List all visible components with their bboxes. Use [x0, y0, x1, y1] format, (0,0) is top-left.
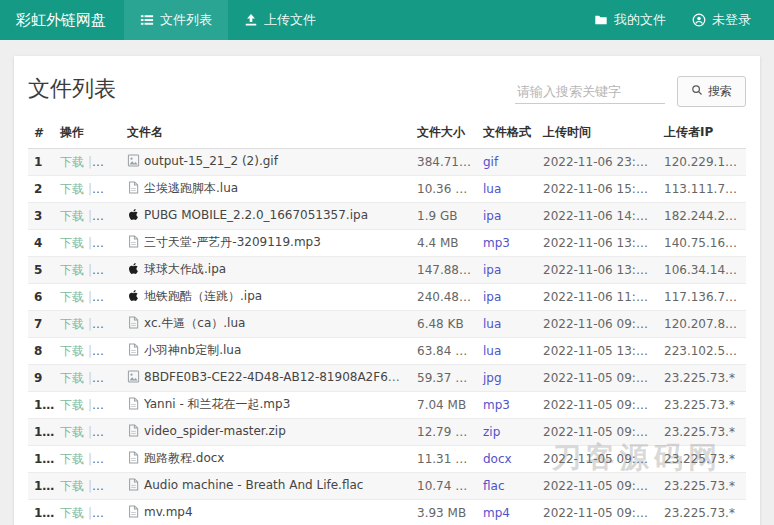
- download-link[interactable]: 下载: [60, 290, 84, 304]
- row-upload-time: 2022-11-06 13:47:31: [537, 230, 658, 257]
- row-uploader-ip: 120.207.83.*: [658, 311, 746, 338]
- action-separator: |: [88, 182, 92, 196]
- row-uploader-ip: 23.225.73.*: [658, 365, 746, 392]
- search-icon: [691, 84, 703, 99]
- download-link[interactable]: 下载: [60, 209, 84, 223]
- format-link[interactable]: ipa: [483, 290, 501, 304]
- col-uploader-ip: 上传者IP: [658, 117, 746, 149]
- file-name[interactable]: 8BDFE0B3-CE22-4D48-AB12-81908A2F6236_hd.…: [144, 370, 411, 384]
- download-link[interactable]: 下载: [60, 155, 84, 169]
- image-file-icon: [127, 370, 140, 387]
- table-row: 4下载|查看三寸天堂-严艺丹-3209119.mp34.4 MBmp32022-…: [28, 230, 746, 257]
- nav-my-files[interactable]: 我的文件: [581, 0, 679, 40]
- col-filename: 文件名: [121, 117, 411, 149]
- format-link[interactable]: mp3: [483, 398, 510, 412]
- file-name[interactable]: Audio machine - Breath And Life.flac: [144, 478, 363, 492]
- table-row: 5下载|查看球球大作战.ipa147.88 MBipa2022-11-06 13…: [28, 257, 746, 284]
- row-filename: PUBG MOBILE_2.2.0_1667051357.ipa: [121, 203, 411, 230]
- download-link[interactable]: 下载: [60, 344, 84, 358]
- row-format: lua: [477, 311, 537, 338]
- format-link[interactable]: lua: [483, 317, 501, 331]
- search-input[interactable]: [515, 80, 665, 104]
- row-filesize: 1.9 GB: [411, 203, 477, 230]
- download-link[interactable]: 下载: [60, 371, 84, 385]
- row-format: lua: [477, 176, 537, 203]
- row-upload-time: 2022-11-05 09:37:07: [537, 419, 658, 446]
- row-filename: xc.牛逼（ca）.lua: [121, 311, 411, 338]
- file-name[interactable]: video_spider-master.zip: [144, 424, 286, 438]
- search-button[interactable]: 搜索: [677, 76, 746, 107]
- format-link[interactable]: zip: [483, 425, 500, 439]
- row-actions: 下载|查看: [54, 446, 121, 473]
- row-filesize: 11.31 KB: [411, 446, 477, 473]
- table-row: 10下载|查看Yanni - 和兰花在一起.mp37.04 MBmp32022-…: [28, 392, 746, 419]
- action-separator: |: [88, 209, 92, 223]
- format-link[interactable]: flac: [483, 479, 505, 493]
- file-name[interactable]: 地铁跑酷（连跳）.ipa: [144, 289, 262, 303]
- file-icon: [127, 478, 140, 495]
- row-upload-time: 2022-11-06 14:17:04: [537, 203, 658, 230]
- row-actions: 下载|查看: [54, 257, 121, 284]
- col-actions: 操作: [54, 117, 121, 149]
- format-link[interactable]: gif: [483, 155, 498, 169]
- row-index: 3: [28, 203, 54, 230]
- row-actions: 下载|查看: [54, 311, 121, 338]
- format-link[interactable]: jpg: [483, 371, 502, 385]
- row-uploader-ip: 140.75.164.*: [658, 230, 746, 257]
- format-link[interactable]: docx: [483, 452, 512, 466]
- download-link[interactable]: 下载: [60, 506, 84, 520]
- row-index: 14: [28, 500, 54, 525]
- row-index: 7: [28, 311, 54, 338]
- format-link[interactable]: ipa: [483, 263, 501, 277]
- download-link[interactable]: 下载: [60, 317, 84, 331]
- file-name[interactable]: xc.牛逼（ca）.lua: [144, 316, 245, 330]
- format-link[interactable]: ipa: [483, 209, 501, 223]
- row-uploader-ip: 223.102.53.*: [658, 338, 746, 365]
- file-name[interactable]: 球球大作战.ipa: [144, 262, 226, 276]
- row-actions: 下载|查看: [54, 338, 121, 365]
- row-actions: 下载|查看: [54, 284, 121, 311]
- row-actions: 下载|查看: [54, 149, 121, 176]
- format-link[interactable]: lua: [483, 182, 501, 196]
- file-name[interactable]: 三寸天堂-严艺丹-3209119.mp3: [144, 235, 321, 249]
- col-upload-time: 上传时间: [537, 117, 658, 149]
- download-link[interactable]: 下载: [60, 452, 84, 466]
- format-link[interactable]: mp4: [483, 506, 510, 520]
- file-icon: [127, 397, 140, 414]
- table-row: 1下载|查看output-15_21_2 (2).gif384.71 KBgif…: [28, 149, 746, 176]
- file-name[interactable]: Yanni - 和兰花在一起.mp3: [144, 397, 290, 411]
- format-link[interactable]: mp3: [483, 236, 510, 250]
- brand[interactable]: 彩虹外链网盘: [0, 0, 124, 40]
- row-filesize: 3.93 MB: [411, 500, 477, 525]
- download-link[interactable]: 下载: [60, 425, 84, 439]
- download-link[interactable]: 下载: [60, 236, 84, 250]
- file-icon: [127, 505, 140, 522]
- action-separator: |: [88, 263, 92, 277]
- nav-file-list[interactable]: 文件列表: [124, 0, 228, 40]
- format-link[interactable]: lua: [483, 344, 501, 358]
- row-actions: 下载|查看: [54, 203, 121, 230]
- action-separator: |: [88, 371, 92, 385]
- file-name[interactable]: PUBG MOBILE_2.2.0_1667051357.ipa: [144, 208, 368, 222]
- nav-login-status[interactable]: 未登录: [679, 0, 764, 40]
- download-link[interactable]: 下载: [60, 182, 84, 196]
- download-link[interactable]: 下载: [60, 398, 84, 412]
- row-upload-time: 2022-11-05 09:38:57: [537, 365, 658, 392]
- file-name[interactable]: output-15_21_2 (2).gif: [144, 154, 278, 168]
- file-name[interactable]: 尘埃逃跑脚本.lua: [144, 181, 238, 195]
- header-right-nav: 我的文件 未登录: [581, 0, 774, 40]
- download-link[interactable]: 下载: [60, 263, 84, 277]
- row-filesize: 7.04 MB: [411, 392, 477, 419]
- action-separator: |: [88, 479, 92, 493]
- table-row: 14下载|查看mv.mp43.93 MBmp42022-11-05 09:35:…: [28, 500, 746, 525]
- nav-upload[interactable]: 上传文件: [228, 0, 332, 40]
- file-name[interactable]: 跑路教程.docx: [144, 451, 224, 465]
- row-filesize: 59.37 KB: [411, 365, 477, 392]
- action-separator: |: [88, 155, 92, 169]
- file-name[interactable]: 小羽神nb定制.lua: [144, 343, 241, 357]
- file-name[interactable]: mv.mp4: [144, 505, 193, 519]
- action-separator: |: [88, 452, 92, 466]
- row-uploader-ip: 120.229.172.*: [658, 149, 746, 176]
- download-link[interactable]: 下载: [60, 479, 84, 493]
- row-filename: output-15_21_2 (2).gif: [121, 149, 411, 176]
